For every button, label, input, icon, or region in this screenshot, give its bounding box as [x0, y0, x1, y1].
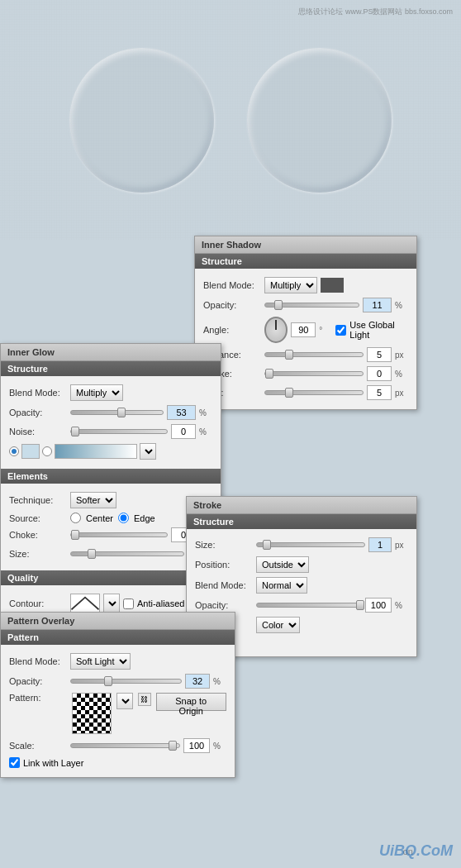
scale-slider[interactable] [70, 743, 180, 748]
distance-slider[interactable] [264, 352, 364, 357]
ig-opacity-slider[interactable] [70, 410, 164, 415]
opacity-slider[interactable] [264, 303, 359, 308]
size-input[interactable]: 5 [367, 385, 392, 400]
source-center-radio[interactable] [70, 513, 81, 523]
pattern-select-arrow[interactable] [116, 693, 133, 709]
fill-type-select[interactable]: Color [256, 617, 300, 633]
inner-shadow-section: Structure [195, 254, 416, 269]
contour-box[interactable] [70, 594, 100, 613]
choke-slider[interactable] [264, 371, 364, 376]
po-opacity-unit: % [213, 677, 226, 686]
anti-alias-check[interactable] [123, 599, 134, 609]
opacity-label: Opacity: [203, 300, 261, 310]
scale-input[interactable]: 100 [183, 738, 210, 753]
angle-input[interactable]: 90 [291, 322, 316, 337]
ig-noise-slider[interactable] [70, 429, 168, 434]
ig-blend-label: Blend Mode: [9, 388, 67, 398]
ig-noise-label: Noise: [9, 427, 67, 436]
ig-blend-select[interactable]: Multiply [70, 384, 123, 401]
snap-to-origin-button[interactable]: Snap to Origin [156, 693, 227, 711]
po-blend-select[interactable]: Soft Light [70, 653, 131, 670]
stroke-section: Structure [187, 514, 416, 529]
technique-select[interactable]: Softer [70, 492, 116, 508]
po-blend-label: Blend Mode: [9, 656, 67, 666]
link-layer-label: Link with Layer [23, 758, 83, 768]
choke-unit: % [395, 370, 408, 379]
source-edge-radio[interactable] [118, 513, 129, 523]
color-radio[interactable] [9, 446, 19, 456]
angle-unit: ° [319, 326, 332, 335]
position-select[interactable]: Outside [256, 556, 309, 573]
opacity-unit: % [395, 301, 408, 310]
choke-input[interactable]: 0 [367, 366, 392, 381]
blend-color-swatch[interactable] [321, 278, 344, 293]
stroke-blend-label: Blend Mode: [195, 580, 253, 590]
inner-glow-structure: Structure [1, 361, 221, 376]
ig-choke-slider[interactable] [70, 532, 168, 537]
contour-arrow[interactable] [103, 594, 120, 613]
po-opacity-label: Opacity: [9, 676, 67, 686]
ig-size-label: Size: [9, 549, 67, 559]
stroke-opacity-input[interactable]: 100 [365, 598, 392, 613]
scale-label: Scale: [9, 741, 67, 751]
gradient-radio[interactable] [42, 446, 52, 456]
distance-input[interactable]: 5 [367, 347, 392, 362]
angle-dial[interactable] [264, 317, 288, 343]
inner-shadow-title: Inner Shadow [195, 236, 416, 254]
pattern-overlay-panel: Pattern Overlay Pattern Blend Mode: Soft… [0, 612, 235, 778]
ig-opacity-unit: % [199, 408, 212, 417]
global-light-label: Use Global Light [349, 320, 408, 340]
link-icon[interactable]: ⛓ [138, 693, 150, 706]
ig-opacity-label: Opacity: [9, 408, 67, 417]
stroke-opacity-slider[interactable] [256, 603, 362, 608]
source-radio-group: Center Edge [70, 513, 155, 523]
source-label: Source: [9, 513, 67, 523]
inner-shadow-panel: Inner Shadow Structure Blend Mode: Multi… [194, 236, 417, 410]
inner-glow-title: Inner Glow [1, 344, 221, 361]
canvas-area: 思络设计论坛 www.PS数据网站 bbs.foxso.com [0, 0, 461, 240]
size-unit: px [395, 389, 408, 398]
stroke-blend-select[interactable]: Normal [256, 577, 307, 594]
ig-noise-unit: % [199, 427, 212, 436]
po-opacity-slider[interactable] [70, 679, 182, 684]
blend-mode-label: Blend Mode: [203, 280, 261, 290]
stroke-opacity-unit: % [395, 601, 408, 610]
contour-label: Contour: [9, 599, 67, 608]
inner-glow-elements: Elements [1, 469, 221, 484]
source-edge-label: Edge [134, 513, 155, 523]
bottom-watermark: UiBQ.CoM [379, 842, 453, 860]
source-center-label: Center [86, 513, 113, 523]
blend-mode-select[interactable]: Multiply [264, 277, 317, 293]
glow-color-row [9, 443, 212, 460]
stroke-opacity-label: Opacity: [195, 600, 253, 610]
pattern-section: Pattern [1, 630, 235, 645]
stroke-title: Stroke [187, 497, 416, 514]
global-light-check[interactable] [335, 325, 346, 336]
distance-unit: px [395, 351, 408, 360]
size-slider[interactable] [264, 390, 364, 395]
gradient-swatch[interactable] [55, 444, 137, 459]
color-swatch[interactable] [21, 444, 40, 459]
scale-unit: % [213, 742, 226, 751]
gradient-arrow[interactable] [140, 443, 156, 460]
pattern-title: Pattern Overlay [1, 613, 235, 630]
watermark: 思络设计论坛 www.PS数据网站 bbs.foxso.com [298, 7, 453, 17]
technique-label: Technique: [9, 495, 67, 505]
ig-size-slider[interactable] [70, 551, 184, 556]
stroke-size-slider[interactable] [256, 542, 365, 547]
stroke-size-unit: px [395, 541, 408, 550]
angle-label: Angle: [203, 325, 261, 335]
po-opacity-input[interactable]: 32 [185, 674, 210, 689]
ig-noise-input[interactable]: 0 [171, 424, 196, 439]
anti-alias-label: Anti-aliased [137, 599, 184, 608]
opacity-input[interactable]: 11 [363, 298, 392, 312]
po-pattern-label: Pattern: [9, 693, 67, 703]
position-label: Position: [195, 560, 253, 570]
stroke-size-input[interactable]: 1 [368, 537, 392, 552]
ig-choke-label: Choke: [9, 530, 67, 540]
pattern-preview[interactable] [72, 693, 112, 734]
ig-opacity-input[interactable]: 53 [167, 405, 196, 420]
stroke-size-label: Size: [195, 540, 253, 550]
link-layer-check[interactable] [9, 757, 20, 768]
